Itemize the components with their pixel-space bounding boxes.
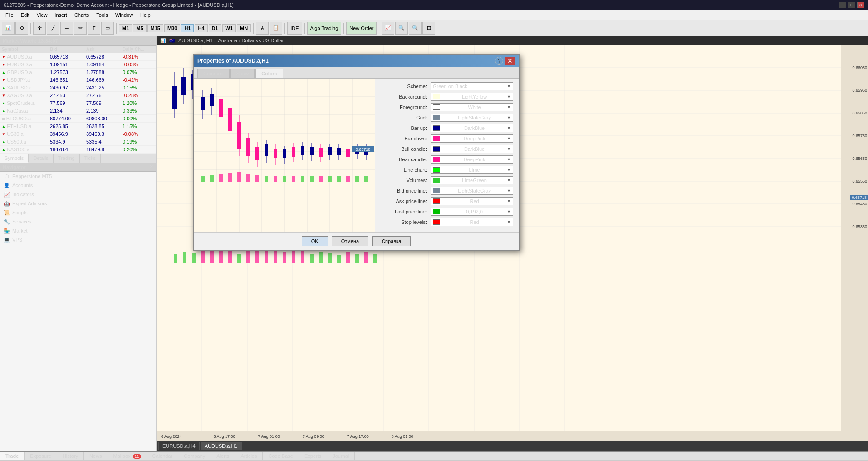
hline-btn[interactable]: ─ xyxy=(60,22,73,35)
chart-type-btn[interactable]: 🕯 xyxy=(256,22,269,35)
terminal-tab-mailbox[interactable]: Mailbox 11 xyxy=(108,452,147,460)
tf-h4[interactable]: H4 xyxy=(195,24,207,32)
navigator-item-services[interactable]: 🔧 Services xyxy=(0,217,156,226)
market-watch-row[interactable]: ▲ GBPUSD.a 1.27573 1.27588 0.07% xyxy=(0,69,156,76)
market-watch-close[interactable]: ✕ xyxy=(149,38,153,44)
setting-select[interactable]: LightYellow ▼ xyxy=(431,93,513,101)
navigator-item-market[interactable]: 🏪 Market xyxy=(0,226,156,235)
tf-m1[interactable]: M1 xyxy=(119,24,132,32)
menu-insert[interactable]: Insert xyxy=(51,11,71,19)
tf-mn[interactable]: MN xyxy=(237,24,251,32)
algo-trading-btn[interactable]: Algo Trading xyxy=(307,22,342,35)
market-watch-row[interactable]: ▼ XAGUSD.a 27.453 27.476 -0.28% xyxy=(0,92,156,99)
setting-select[interactable]: Green on Black ▼ xyxy=(431,82,513,90)
new-chart-btn[interactable]: 📊 xyxy=(2,22,15,35)
dialog-tab-common[interactable]: Common xyxy=(197,69,230,78)
navigator-item-broker[interactable]: ⬡ Pepperstone MT5 xyxy=(0,172,156,181)
market-watch-row[interactable]: ▲ XAUUSD.a 2430.97 2431.25 0.15% xyxy=(0,84,156,92)
setting-select[interactable]: Red ▼ xyxy=(431,218,513,226)
tf-m5[interactable]: M5 xyxy=(133,24,146,32)
market-watch-row[interactable]: ▲ NAS100.a 18478.4 18479.9 0.20% xyxy=(0,146,156,154)
dialog-tab-colors[interactable]: Colors xyxy=(255,69,283,78)
minimize-btn[interactable]: ─ xyxy=(839,2,846,8)
tf-h1[interactable]: H1 xyxy=(181,24,194,32)
setting-select[interactable]: Lime ▼ xyxy=(431,166,513,174)
market-watch-row[interactable]: ▼ USDJPY.a 146.651 146.669 -0.42% xyxy=(0,76,156,84)
setting-select[interactable]: Red ▼ xyxy=(431,197,513,205)
menu-view[interactable]: View xyxy=(33,11,51,19)
terminal-tab-company[interactable]: Company xyxy=(178,452,211,460)
dialog-cancel-btn[interactable]: Отмена xyxy=(332,236,368,246)
dialog-tab-show[interactable]: Show xyxy=(230,69,255,78)
setting-select[interactable]: LightSlateGray ▼ xyxy=(431,114,513,122)
market-watch-row[interactable]: ▲ ETHUSD.a 2625.85 2628.85 1.15% xyxy=(0,123,156,130)
tab-ticks[interactable]: Ticks xyxy=(80,154,101,163)
terminal-tab-news[interactable]: News xyxy=(84,452,108,460)
setting-select[interactable]: LightSlateGray ▼ xyxy=(431,187,513,195)
terminal-tab-calendar[interactable]: Calendar xyxy=(147,452,179,460)
menu-window[interactable]: Window xyxy=(112,11,137,19)
setting-select[interactable]: DeepPink ▼ xyxy=(431,134,513,143)
navigator-item-indicators[interactable]: 📈 Indicators xyxy=(0,190,156,199)
indicators-btn[interactable]: 📈 xyxy=(382,22,394,35)
zoom-btn[interactable]: ⊕ xyxy=(15,22,28,35)
setting-select[interactable]: DeepPink ▼ xyxy=(431,155,513,164)
setting-select[interactable]: DarkBlue ▼ xyxy=(431,124,513,132)
draw-btn[interactable]: ✏ xyxy=(74,22,87,35)
tab-details[interactable]: Details xyxy=(29,154,54,163)
terminal-tab-articles[interactable]: Articles xyxy=(235,452,263,460)
text-btn[interactable]: T xyxy=(88,22,100,35)
dialog-close-btn[interactable]: ✕ xyxy=(505,57,515,65)
navigator-item-vps[interactable]: 💻 VPS xyxy=(0,235,156,244)
chart-tab-audusd[interactable]: AUDUSD.a,H1 xyxy=(201,442,242,450)
shapes-btn[interactable]: ▭ xyxy=(101,22,114,35)
menu-charts[interactable]: Charts xyxy=(71,11,93,19)
tf-d1[interactable]: D1 xyxy=(209,24,221,32)
crosshair-btn[interactable]: ✛ xyxy=(33,22,46,35)
market-watch-row[interactable]: ▼ US30.a 39456.9 39460.3 -0.08% xyxy=(0,130,156,138)
zoom-in-btn[interactable]: 🔍 xyxy=(395,22,408,35)
dialog-help-btn[interactable]: ? xyxy=(495,57,503,65)
navigator-item-scripts[interactable]: 📜 Scripts xyxy=(0,208,156,217)
close-btn[interactable]: ✕ xyxy=(857,2,864,8)
ide-btn[interactable]: IDE xyxy=(287,22,302,35)
tab-symbols[interactable]: Symbols xyxy=(0,154,29,163)
market-watch-row[interactable]: ▲ NatGas.a 2.134 2.139 0.33% xyxy=(0,107,156,115)
terminal-tab-journal[interactable]: Journal xyxy=(327,452,355,460)
chart-canvas[interactable]: 0.65718 0.66050 0.65950 0.65850 0.65750 … xyxy=(157,45,868,441)
terminal-tab-experts[interactable]: Experts xyxy=(299,452,327,460)
market-watch-row[interactable]: ▲ US500.a 5334.9 5335.4 0.19% xyxy=(0,138,156,146)
menu-edit[interactable]: Edit xyxy=(17,11,33,19)
tf-w1[interactable]: W1 xyxy=(222,24,236,32)
market-watch-row[interactable]: ▼ EURUSD.a 1.09151 1.09164 -0.03% xyxy=(0,61,156,69)
terminal-tab-trade[interactable]: Trade xyxy=(0,452,25,460)
dialog-help-bottom-btn[interactable]: Справка xyxy=(372,236,411,246)
terminal-tab-codebase[interactable]: Code Base xyxy=(263,452,299,460)
dialog-ok-btn[interactable]: OK xyxy=(302,236,328,246)
setting-select[interactable]: LimeGreen ▼ xyxy=(431,176,513,184)
menu-file[interactable]: File xyxy=(2,11,17,19)
grid-btn[interactable]: ⊞ xyxy=(422,22,435,35)
setting-select[interactable]: White ▼ xyxy=(431,103,513,111)
setting-select[interactable]: DarkBlue ▼ xyxy=(431,145,513,153)
navigator-item-experts[interactable]: 🤖 Expert Advisors xyxy=(0,199,156,208)
terminal-tab-history[interactable]: History xyxy=(57,452,84,460)
chart-tab-eurusd[interactable]: EURUSD.a,H4 xyxy=(158,442,200,450)
line-btn[interactable]: ╱ xyxy=(47,22,59,35)
maximize-btn[interactable]: □ xyxy=(848,2,855,8)
market-watch-row[interactable]: ▼ AUDUSD.a 0.65713 0.65728 -0.31% xyxy=(0,53,156,61)
new-order-btn[interactable]: New Order xyxy=(346,22,377,35)
terminal-tab-alerts[interactable]: Alerts xyxy=(211,452,235,460)
setting-select[interactable]: 0,192,0 ▼ xyxy=(431,208,513,216)
navigator-item-accounts[interactable]: 👤 Accounts xyxy=(0,181,156,190)
market-watch-row[interactable]: ■ BTCUSD.a 60774.00 60803.00 0.00% xyxy=(0,115,156,123)
menu-tools[interactable]: Tools xyxy=(93,11,112,19)
menu-help[interactable]: Help xyxy=(137,11,154,19)
tf-m15[interactable]: M15 xyxy=(147,24,163,32)
template-btn[interactable]: 📋 xyxy=(270,22,282,35)
market-watch-row[interactable]: ▲ SpotCrude.a 77.569 77.589 1.20% xyxy=(0,99,156,107)
tf-m30[interactable]: M30 xyxy=(164,24,180,32)
tab-trading[interactable]: Trading xyxy=(54,154,80,163)
terminal-tab-exposure[interactable]: Exposure xyxy=(25,452,57,460)
navigator-close[interactable]: ✕ xyxy=(149,164,153,170)
